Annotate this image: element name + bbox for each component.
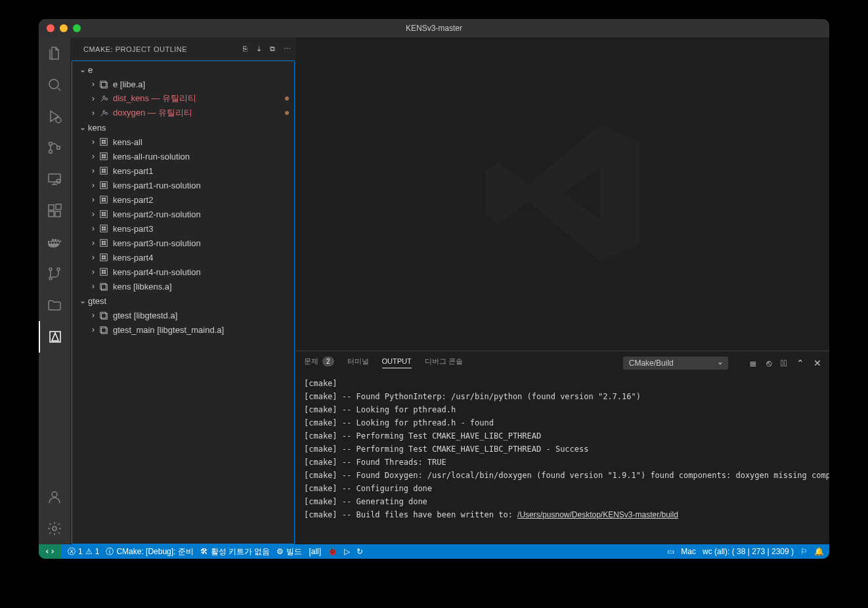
output-content[interactable]: [cmake] [cmake] -- Found PythonInterp: /… (296, 374, 829, 544)
minimize-window[interactable] (60, 24, 68, 32)
tree-item[interactable]: ›kens [libkens.a] (72, 279, 294, 293)
remote-explorer-icon[interactable] (39, 163, 70, 195)
status-target[interactable]: [all] (309, 547, 321, 556)
extensions-icon[interactable] (39, 195, 70, 227)
clear-icon[interactable]: ✕⃞ (781, 358, 787, 368)
svg-rect-30 (102, 169, 103, 170)
tree-item[interactable]: ›doxygen — 유틸리티 (72, 106, 294, 120)
svg-rect-49 (100, 225, 108, 232)
maximize-window[interactable] (73, 24, 81, 32)
svg-rect-28 (104, 157, 106, 158)
target-icon (98, 165, 109, 176)
status-run-icon[interactable]: ▷ (344, 547, 350, 556)
status-debug-icon[interactable]: 🐞 (328, 547, 337, 556)
status-feedback-icon[interactable]: ⚐ (800, 547, 808, 556)
tree-item[interactable]: ›kens-part2 (72, 192, 294, 207)
filter-icon[interactable]: ≣ (749, 358, 757, 368)
svg-point-12 (49, 277, 52, 280)
tree-item[interactable]: ›kens-part4-run-solution (72, 265, 294, 279)
chevron-right-icon: › (88, 209, 98, 219)
account-icon[interactable] (39, 481, 70, 513)
tab-output[interactable]: OUTPUT (382, 357, 412, 368)
tab-debug-label: 디버그 콘솔 (425, 357, 463, 366)
target-icon (98, 238, 109, 248)
tree-item[interactable]: ›e [libe.a] (72, 77, 294, 91)
run-debug-icon[interactable] (39, 100, 70, 132)
close-panel-icon[interactable]: ✕ (814, 358, 821, 368)
svg-rect-36 (104, 183, 106, 185)
status-layout-icon[interactable]: ▭ (667, 547, 674, 556)
tree-item[interactable]: ›kens-all-run-solution (72, 149, 294, 163)
svg-rect-26 (104, 154, 106, 156)
search-icon[interactable] (39, 69, 70, 100)
new-file-icon[interactable]: ⎘ (243, 45, 248, 53)
close-window[interactable] (47, 24, 54, 32)
svg-rect-61 (104, 255, 106, 257)
tree-group-e[interactable]: ⌄e (72, 62, 294, 77)
project-tree[interactable]: ⌄e›e [libe.a]›dist_kens — 유틸리티›doxygen —… (72, 60, 295, 544)
svg-rect-25 (102, 154, 103, 156)
chevron-right-icon: › (88, 238, 98, 248)
output-channel-select[interactable]: CMake/Build (623, 357, 728, 370)
tree-item[interactable]: ›kens-part1 (72, 163, 294, 178)
status-errors-warnings[interactable]: ⓧ1 ⚠1 (68, 546, 99, 557)
target-icon (98, 180, 109, 190)
status-cmake[interactable]: ⓘCMake: [Debug]: 준비 (106, 546, 193, 557)
status-history-icon[interactable]: ↻ (357, 547, 363, 556)
svg-rect-39 (100, 196, 108, 204)
svg-rect-48 (104, 215, 106, 216)
chevron-down-icon: ⌄ (77, 296, 88, 305)
tree-item[interactable]: ›kens-all (72, 135, 294, 149)
chevron-right-icon: › (88, 166, 98, 175)
docker-icon[interactable] (39, 227, 70, 258)
group-label: e (88, 65, 93, 75)
svg-rect-58 (104, 244, 106, 245)
git-graph-icon[interactable] (39, 258, 70, 290)
status-mac[interactable]: Mac (681, 547, 696, 556)
tree-group-gtest[interactable]: ⌄gtest (72, 293, 294, 308)
target-icon (98, 93, 109, 104)
tree-item[interactable]: ›dist_kens — 유틸리티 (72, 91, 294, 106)
svg-rect-53 (104, 229, 106, 230)
status-kit[interactable]: 🛠활성 키트가 없음 (200, 546, 271, 557)
explorer-icon[interactable] (39, 37, 70, 69)
tab-problems-label: 문제 (304, 357, 318, 366)
status-bell-icon[interactable]: 🔔 (814, 547, 824, 556)
svg-point-13 (57, 268, 60, 271)
tree-item[interactable]: ›kens-part3 (72, 221, 294, 236)
svg-rect-20 (102, 140, 103, 141)
svg-rect-57 (102, 244, 103, 245)
tree-item[interactable]: ›kens-part4 (72, 250, 294, 265)
svg-rect-35 (102, 183, 103, 185)
remote-indicator[interactable] (39, 544, 61, 559)
sidebar-title: CMAKE: PROJECT OUTLINE (83, 45, 187, 53)
folder-icon[interactable] (39, 290, 70, 321)
settings-gear-icon[interactable] (39, 513, 70, 544)
chevron-right-icon: › (88, 325, 98, 334)
source-control-icon[interactable] (39, 132, 70, 163)
build-icon[interactable]: ⇣ (256, 45, 263, 53)
item-label: dist_kens — 유틸리티 (113, 93, 196, 104)
tree-item[interactable]: ›kens-part1-run-solution (72, 178, 294, 192)
more-icon[interactable]: ⋯ (284, 45, 292, 53)
tree-item[interactable]: ›gtest [libgtestd.a] (72, 308, 294, 322)
lock-icon[interactable]: ⎋ (766, 358, 771, 368)
svg-rect-64 (100, 269, 108, 276)
target-icon (98, 324, 109, 335)
tree-group-kens[interactable]: ⌄kens (72, 120, 294, 135)
tab-problems[interactable]: 문제 2 (304, 357, 334, 369)
tab-debug-console[interactable]: 디버그 콘솔 (425, 357, 463, 369)
status-wc[interactable]: wc (all): ( 38 | 273 | 2309 ) (703, 547, 794, 556)
status-build[interactable]: ⚙빌드 (276, 546, 302, 557)
collapse-icon[interactable]: ⧉ (270, 45, 276, 53)
cmake-icon[interactable] (39, 321, 70, 353)
chevron-up-icon[interactable]: ⌃ (796, 358, 804, 368)
tree-item[interactable]: ›kens-part3-run-solution (72, 236, 294, 250)
target-icon (98, 281, 109, 292)
svg-rect-23 (104, 142, 106, 144)
tree-item[interactable]: ›kens-part2-run-solution (72, 207, 294, 221)
chevron-right-icon: › (88, 79, 98, 89)
svg-rect-38 (104, 186, 106, 187)
tab-terminal[interactable]: 터미널 (347, 357, 369, 369)
tree-item[interactable]: ›gtest_main [libgtest_maind.a] (72, 322, 294, 337)
